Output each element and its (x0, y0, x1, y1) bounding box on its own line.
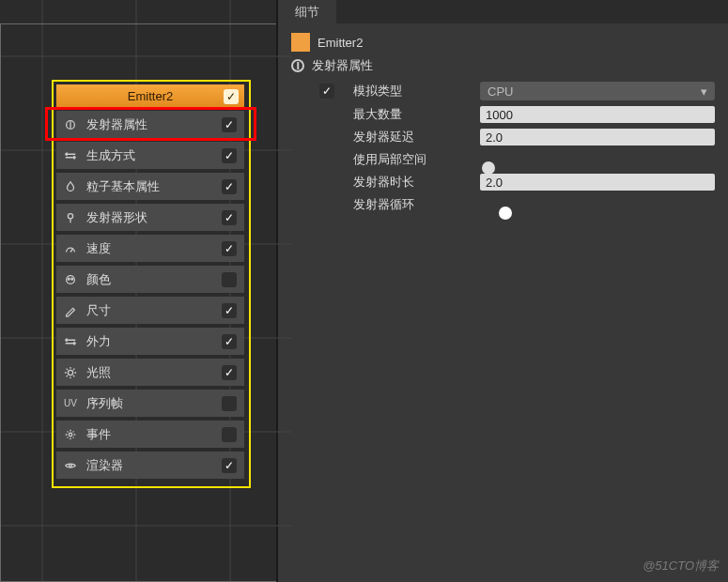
section-title: 发射器属性 (312, 57, 373, 74)
svg-point-16 (68, 370, 72, 375)
section-expand-checkbox[interactable] (319, 84, 334, 99)
module-checkbox[interactable] (222, 210, 237, 225)
module-row-spawn[interactable]: 生成方式 (56, 142, 244, 169)
prop-simtype-dropdown[interactable]: CPU (480, 82, 715, 100)
object-header: Emitter2 (291, 33, 715, 52)
module-row-velocity[interactable]: 速度 (56, 235, 244, 262)
svg-line-12 (70, 249, 73, 253)
module-checkbox[interactable] (222, 396, 237, 411)
prop-simtype-value: CPU (488, 84, 513, 99)
module-label: 生成方式 (86, 147, 212, 164)
emitter-header[interactable]: Emitter2 (56, 84, 244, 108)
prop-delay-input[interactable]: 2.0 (480, 129, 715, 146)
prop-label-localspace: 使用局部空间 (353, 151, 480, 168)
module-checkbox[interactable] (222, 458, 237, 473)
flame-icon (64, 180, 77, 193)
module-label: 尺寸 (86, 302, 212, 319)
prop-maxcount-value: 1000 (486, 108, 513, 122)
prop-maxcount-input[interactable]: 1000 (480, 106, 715, 123)
module-checkbox[interactable] (222, 117, 237, 132)
module-checkbox[interactable] (222, 334, 237, 349)
prop-label-duration: 发射器时长 (353, 174, 480, 191)
module-checkbox[interactable] (222, 148, 237, 163)
tab-details-label: 细节 (295, 4, 319, 21)
module-row-event[interactable]: 事件 (56, 421, 244, 448)
module-row-emitter-props[interactable]: 发射器属性 (56, 111, 244, 138)
module-label: 光照 (86, 364, 212, 381)
object-color-swatch[interactable] (291, 33, 310, 52)
gauge-icon (64, 242, 77, 255)
prop-label-loop: 发射器循环 (353, 196, 480, 213)
module-row-basic[interactable]: 粒子基本属性 (56, 173, 244, 200)
details-pane: 细节 Emitter2 发射器属性 模拟类型 CPU 最大数量 1000 发射器… (278, 0, 728, 582)
arrows-h-icon (64, 149, 77, 162)
module-row-size[interactable]: 尺寸 (56, 297, 244, 324)
left-graph-pane: Emitter2 发射器属性生成方式粒子基本属性发射器形状速度颜色尺寸外力光照U… (0, 0, 276, 582)
watermark: @51CTO博客 (643, 558, 719, 574)
module-label: 事件 (86, 426, 212, 443)
palette-icon (64, 273, 77, 286)
svg-point-17 (69, 433, 72, 436)
module-label: 发射器形状 (86, 209, 212, 226)
module-label: 渲染器 (86, 457, 212, 474)
module-label: 外力 (86, 333, 212, 350)
prop-label-maxcount: 最大数量 (353, 106, 480, 123)
module-checkbox[interactable] (222, 272, 237, 287)
prop-label-simtype: 模拟类型 (353, 83, 480, 100)
object-name: Emitter2 (318, 36, 363, 50)
emitter-header-label: Emitter2 (128, 89, 173, 103)
module-label: 颜色 (86, 271, 212, 288)
module-row-color[interactable]: 颜色 (56, 266, 244, 293)
svg-point-15 (71, 278, 73, 280)
sun-icon (64, 366, 77, 379)
module-row-uv[interactable]: UV序列帧 (56, 390, 244, 417)
eye-icon (64, 459, 77, 472)
module-checkbox[interactable] (222, 427, 237, 442)
arrows-lr-icon (64, 335, 77, 348)
module-label: 粒子基本属性 (86, 178, 212, 195)
svg-point-11 (68, 213, 72, 218)
module-list: 发射器属性生成方式粒子基本属性发射器形状速度颜色尺寸外力光照UV序列帧事件渲染器 (56, 111, 244, 479)
svg-point-13 (67, 275, 75, 283)
prop-delay-value: 2.0 (486, 130, 503, 145)
section-header[interactable]: 发射器属性 (291, 57, 715, 74)
module-checkbox[interactable] (222, 241, 237, 256)
prop-label-delay: 发射器延迟 (353, 129, 480, 146)
uv-icon: UV (64, 397, 77, 410)
prop-duration-value: 2.0 (486, 176, 503, 190)
module-label: 序列帧 (86, 395, 212, 412)
module-row-renderer[interactable]: 渲染器 (56, 452, 244, 479)
section-icon (291, 59, 304, 72)
module-row-shape[interactable]: 发射器形状 (56, 204, 244, 231)
gear-icon (64, 428, 77, 441)
module-label: 发射器属性 (86, 116, 212, 133)
module-checkbox[interactable] (222, 179, 237, 194)
svg-point-14 (68, 278, 70, 280)
svg-point-18 (70, 464, 72, 467)
module-checkbox[interactable] (222, 303, 237, 318)
pencil-icon (64, 304, 77, 317)
module-row-force[interactable]: 外力 (56, 328, 244, 355)
tab-bar: 细节 (278, 0, 728, 23)
module-checkbox[interactable] (222, 365, 237, 380)
module-label: 速度 (86, 240, 212, 257)
module-row-light[interactable]: 光照 (56, 359, 244, 386)
circle-icon (64, 118, 77, 131)
pin-icon (64, 211, 77, 224)
emitter-header-checkbox[interactable] (224, 89, 239, 104)
prop-duration-input[interactable]: 2.0 (480, 174, 715, 191)
